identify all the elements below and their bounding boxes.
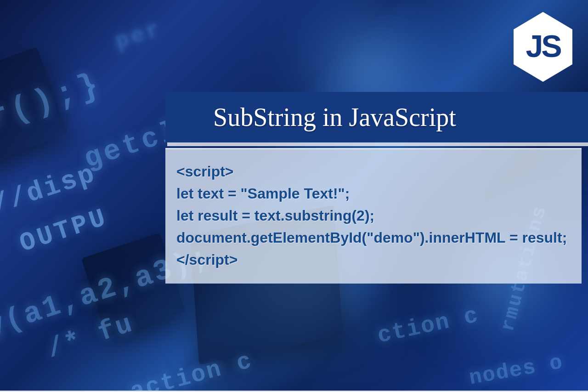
code-example-panel: <script> let text = "Sample Text!"; let …: [165, 148, 582, 284]
logo-text: JS: [526, 28, 560, 64]
title-bar: SubString in JavaScript: [165, 92, 588, 142]
code-line: let text = "Sample Text!";: [176, 182, 571, 205]
code-line: let result = text.substring(2);: [176, 205, 571, 227]
decorative-code-text: OUTPU: [16, 203, 112, 259]
code-line: <script>: [176, 160, 571, 182]
code-line: document.getElementById("demo").innerHTM…: [176, 227, 571, 249]
page-title: SubString in JavaScript: [213, 102, 456, 132]
decorative-code-text: per: [112, 16, 165, 55]
code-line: </script>: [176, 249, 571, 271]
hexagon-icon: JS: [511, 10, 575, 84]
js-logo: JS: [511, 10, 575, 84]
